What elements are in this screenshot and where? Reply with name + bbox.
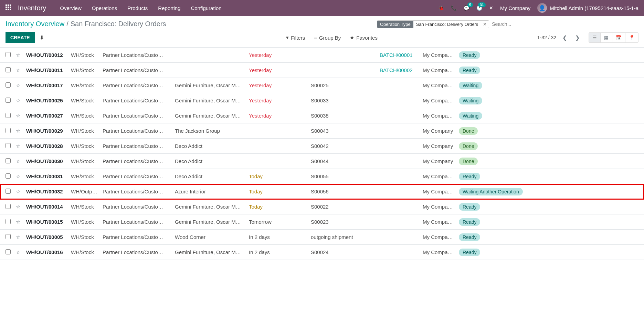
row-star[interactable]: ☆ — [16, 173, 26, 180]
row-star[interactable]: ☆ — [16, 113, 26, 119]
row-star[interactable]: ☆ — [16, 204, 26, 210]
table-row[interactable]: ☆ WH/OUT/00031 WH/Stock Partner Location… — [0, 169, 644, 184]
row-star[interactable]: ☆ — [16, 158, 26, 164]
menu-products[interactable]: Products — [127, 5, 148, 11]
row-batch[interactable]: BATCH/00002 — [380, 67, 423, 73]
filters-button[interactable]: ▾Filters — [286, 34, 305, 41]
row-star[interactable]: ☆ — [16, 52, 26, 58]
row-star[interactable]: ☆ — [16, 189, 26, 195]
row-contact: Azure Interior — [175, 189, 249, 194]
table-row[interactable]: ☆ WH/OUT/00027 WH/Stock Partner Location… — [0, 108, 644, 123]
view-list[interactable]: ☰ — [589, 33, 601, 42]
view-calendar[interactable]: 📅 — [612, 33, 625, 42]
row-star[interactable]: ☆ — [16, 219, 26, 225]
row-source: S00038 — [311, 113, 380, 119]
search-box[interactable]: Operation Type San Francisco: Delivery O… — [377, 20, 638, 29]
row-star[interactable]: ☆ — [16, 82, 26, 89]
menu-configuration[interactable]: Configuration — [191, 5, 221, 11]
search-input[interactable] — [489, 20, 638, 28]
row-from: WH/Stock — [71, 204, 103, 210]
row-reference: WH/OUT/00005 — [26, 234, 71, 240]
row-star[interactable]: ☆ — [16, 234, 26, 240]
row-company: My Compa… — [423, 204, 459, 210]
topbar: Inventory Overview Operations Products R… — [0, 0, 644, 16]
table-row[interactable]: ☆ WH/OUT/00005 WH/Stock Partner Location… — [0, 230, 644, 245]
row-company: My Compa… — [423, 113, 459, 119]
row-checkbox[interactable] — [6, 52, 16, 58]
row-checkbox[interactable] — [6, 189, 16, 195]
table-row[interactable]: ☆ WH/OUT/00011 WH/Stock Partner Location… — [0, 63, 644, 78]
table-row[interactable]: ☆ WH/OUT/00028 WH/Stock Partner Location… — [0, 139, 644, 154]
table-row[interactable]: ☆ WH/OUT/00030 WH/Stock Partner Location… — [0, 154, 644, 169]
table-row[interactable]: ☆ WH/OUT/00016 WH/Stock Partner Location… — [0, 245, 644, 260]
row-from: WH/Stock — [71, 143, 103, 149]
control-bar-2: CREATE ⬇ ▾Filters ≡Group By ★Favorites 1… — [0, 29, 644, 47]
create-button[interactable]: CREATE — [6, 32, 35, 43]
row-from: WH/Stock — [71, 173, 103, 179]
row-reference: WH/OUT/00015 — [26, 219, 71, 225]
table-row[interactable]: ☆ WH/OUT/00032 WH/Outp… Partner Location… — [0, 184, 644, 199]
row-star[interactable]: ☆ — [16, 128, 26, 134]
row-checkbox[interactable] — [6, 67, 16, 73]
search-tag-remove[interactable]: ✕ — [481, 21, 489, 28]
row-status: Ready — [459, 67, 638, 74]
row-star[interactable]: ☆ — [16, 67, 26, 73]
menu-reporting[interactable]: Reporting — [158, 5, 180, 11]
row-checkbox[interactable] — [6, 204, 16, 210]
menu-operations[interactable]: Operations — [92, 5, 117, 11]
row-date: Yesterday — [249, 113, 311, 119]
row-to: Partner Locations/Custo… — [103, 128, 175, 134]
phone-icon[interactable]: 📞 — [451, 5, 457, 11]
row-source: S00042 — [311, 143, 380, 149]
row-star[interactable]: ☆ — [16, 249, 26, 255]
groupby-button[interactable]: ≡Group By — [314, 35, 341, 41]
tools-icon[interactable]: ✕ — [489, 5, 493, 11]
messages-icon[interactable]: 💬5 — [464, 5, 469, 11]
row-company: My Compa… — [423, 98, 459, 103]
row-checkbox[interactable] — [6, 234, 16, 240]
app-brand[interactable]: Inventory — [18, 4, 46, 12]
row-checkbox[interactable] — [6, 143, 16, 149]
table-row[interactable]: ☆ WH/OUT/00017 WH/Stock Partner Location… — [0, 78, 644, 93]
breadcrumb-root[interactable]: Inventory Overview — [6, 20, 64, 28]
row-checkbox[interactable] — [6, 173, 16, 180]
row-star[interactable]: ☆ — [16, 143, 26, 149]
row-checkbox[interactable] — [6, 128, 16, 134]
row-checkbox[interactable] — [6, 158, 16, 164]
pager-next[interactable]: ❯ — [573, 33, 582, 42]
row-checkbox[interactable] — [6, 249, 16, 255]
table-row[interactable]: ☆ WH/OUT/00015 WH/Stock Partner Location… — [0, 214, 644, 230]
row-star[interactable]: ☆ — [16, 98, 26, 104]
bug-icon[interactable]: 🐞 — [438, 5, 444, 11]
favorites-button[interactable]: ★Favorites — [350, 34, 378, 41]
pager-prev[interactable]: ❮ — [560, 33, 569, 42]
view-kanban[interactable]: ▦ — [601, 33, 612, 42]
row-checkbox[interactable] — [6, 82, 16, 89]
table-row[interactable]: ☆ WH/OUT/00012 WH/Stock Partner Location… — [0, 48, 644, 63]
row-to: Partner Locations/Custo… — [103, 173, 175, 179]
view-map[interactable]: 📍 — [625, 33, 638, 42]
row-contact: Deco Addict — [175, 158, 249, 164]
activity-icon[interactable]: 🕐31 — [476, 5, 482, 11]
menu-overview[interactable]: Overview — [60, 5, 82, 11]
groupby-icon: ≡ — [314, 35, 317, 41]
download-icon[interactable]: ⬇ — [40, 34, 44, 41]
apps-icon[interactable] — [6, 4, 12, 11]
row-date: Today — [249, 204, 311, 210]
table-row[interactable]: ☆ WH/OUT/00025 WH/Stock Partner Location… — [0, 93, 644, 108]
pager-text[interactable]: 1-32 / 32 — [537, 35, 556, 40]
company-selector[interactable]: My Company — [500, 5, 530, 11]
table-row[interactable]: ☆ WH/OUT/00029 WH/Stock Partner Location… — [0, 123, 644, 139]
row-checkbox[interactable] — [6, 113, 16, 119]
row-company: My Compa… — [423, 173, 459, 179]
row-contact: Gemini Furniture, Oscar M… — [175, 98, 249, 103]
user-menu[interactable]: 👤 Mitchell Admin (17095214-saas-15-1-a — [537, 3, 638, 13]
row-to: Partner Locations/Custo… — [103, 219, 175, 225]
row-reference: WH/OUT/00030 — [26, 158, 71, 164]
row-to: Partner Locations/Custo… — [103, 113, 175, 119]
row-checkbox[interactable] — [6, 98, 16, 104]
row-reference: WH/OUT/00027 — [26, 113, 71, 119]
row-batch[interactable]: BATCH/00001 — [380, 52, 423, 58]
table-row[interactable]: ☆ WH/OUT/00014 WH/Stock Partner Location… — [0, 199, 644, 214]
row-checkbox[interactable] — [6, 219, 16, 225]
